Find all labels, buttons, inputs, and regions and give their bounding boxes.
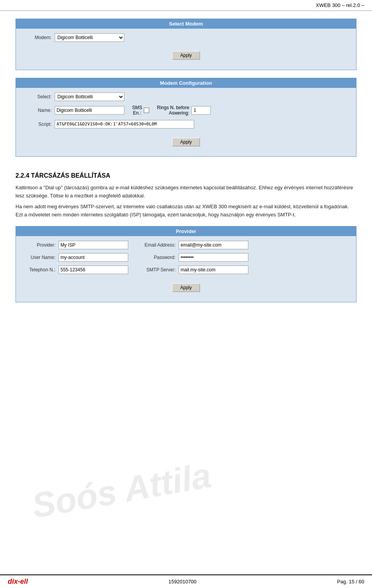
telephon-smtp-row: Telephon N.: SMTP Server: bbox=[24, 266, 348, 274]
config-select-label: Select: bbox=[24, 94, 55, 99]
provider-apply-row: Apply bbox=[24, 278, 348, 297]
provider-section: Provider Provider: Email Address: User N… bbox=[16, 226, 356, 302]
footer-logo: dix-ell bbox=[8, 578, 28, 586]
name-sms-rings-row: Name: SMSEn.: Rings N. beforeAswering: bbox=[24, 105, 348, 116]
config-select[interactable]: Digicom Botticelli bbox=[55, 93, 124, 101]
modem-config-section: Modem Configuration Select: Digicom Bott… bbox=[16, 78, 356, 157]
provider-col: Provider: bbox=[24, 241, 128, 249]
username-label: User Name: bbox=[24, 255, 59, 260]
provider-header: Provider bbox=[16, 226, 356, 236]
password-col: Password: bbox=[140, 253, 248, 262]
paragraph1: Kattintson a "Dial up" (tárcsázás) gombr… bbox=[16, 184, 356, 200]
modem-config-apply-button[interactable]: Apply bbox=[172, 138, 200, 146]
username-col: User Name: bbox=[24, 253, 128, 262]
rings-group: Rings N. beforeAswering: bbox=[157, 105, 211, 116]
sms-group: SMSEn.: bbox=[132, 105, 149, 116]
rings-input[interactable] bbox=[191, 106, 211, 115]
sms-rings-group: SMSEn.: Rings N. beforeAswering: bbox=[132, 105, 211, 116]
provider-body: Provider: Email Address: User Name: Pass… bbox=[16, 236, 356, 302]
header-title: XWEB 300 – rel.2.0 – bbox=[316, 2, 364, 8]
modem-row: Modem: Digicom Botticelli bbox=[24, 33, 348, 42]
footer-logo-text: dix-ell bbox=[8, 578, 28, 586]
text-section: 2.2.4 TÁRCSÁZÁS BEÁLLÍTÁSA Kattintson a … bbox=[16, 165, 356, 226]
provider-apply-button[interactable]: Apply bbox=[172, 283, 200, 292]
password-input[interactable] bbox=[179, 253, 248, 262]
watermark: Soós Attila bbox=[29, 455, 214, 526]
telephon-col: Telephon N.: bbox=[24, 266, 128, 274]
smtp-col: SMTP Server: bbox=[140, 266, 248, 274]
smtp-label: SMTP Server: bbox=[140, 267, 179, 273]
rings-label: Rings N. beforeAswering: bbox=[157, 105, 189, 116]
smtp-input[interactable] bbox=[179, 266, 248, 274]
select-modem-header: Select Modem bbox=[16, 19, 356, 29]
select-modem-body: Modem: Digicom Botticelli Apply bbox=[16, 29, 356, 70]
provider-input[interactable] bbox=[59, 241, 128, 249]
sms-label: SMSEn.: bbox=[132, 105, 142, 116]
modem-select[interactable]: Digicom Botticelli bbox=[55, 33, 124, 42]
sms-checkbox[interactable] bbox=[144, 108, 149, 113]
modem-config-header: Modem Configuration bbox=[16, 78, 356, 88]
script-label: Script: bbox=[24, 122, 55, 127]
username-input[interactable] bbox=[59, 253, 128, 262]
script-row: Script: bbox=[24, 120, 348, 129]
footer-bar: dix-ell 1592010700 Pag. 15 / 60 bbox=[0, 574, 372, 588]
modem-config-body: Select: Digicom Botticelli Name: SMSEn.:… bbox=[16, 88, 356, 156]
password-label: Password: bbox=[140, 255, 179, 260]
modem-config-apply-row: Apply bbox=[24, 132, 348, 152]
modem-label: Modem: bbox=[24, 35, 55, 40]
footer-center: 1592010700 bbox=[169, 579, 196, 585]
top-bar: XWEB 300 – rel.2.0 – bbox=[0, 0, 372, 11]
select-modem-apply-button[interactable]: Apply bbox=[172, 51, 200, 60]
username-password-row: User Name: Password: bbox=[24, 253, 348, 262]
provider-email-row: Provider: Email Address: bbox=[24, 241, 348, 249]
name-label: Name: bbox=[24, 108, 55, 113]
email-input[interactable] bbox=[179, 241, 248, 249]
email-label: Email Address: bbox=[140, 242, 179, 248]
select-modem-section: Select Modem Modem: Digicom Botticelli A… bbox=[16, 19, 356, 70]
telephon-label: Telephon N.: bbox=[24, 267, 59, 273]
main-content: Select Modem Modem: Digicom Botticelli A… bbox=[0, 11, 372, 318]
name-input[interactable] bbox=[55, 106, 124, 115]
config-select-row: Select: Digicom Botticelli bbox=[24, 93, 348, 101]
provider-label: Provider: bbox=[24, 242, 59, 248]
select-modem-apply-row: Apply bbox=[24, 46, 348, 65]
paragraph2: Ha nem adott meg érvényes SMTP-szervert,… bbox=[16, 203, 356, 219]
telephon-input[interactable] bbox=[59, 266, 128, 274]
section-title: 2.2.4 TÁRCSÁZÁS BEÁLLÍTÁSA bbox=[16, 172, 356, 179]
email-col: Email Address: bbox=[140, 241, 248, 249]
script-input[interactable] bbox=[55, 120, 194, 129]
footer-page: Pag. 15 / 60 bbox=[337, 579, 364, 585]
